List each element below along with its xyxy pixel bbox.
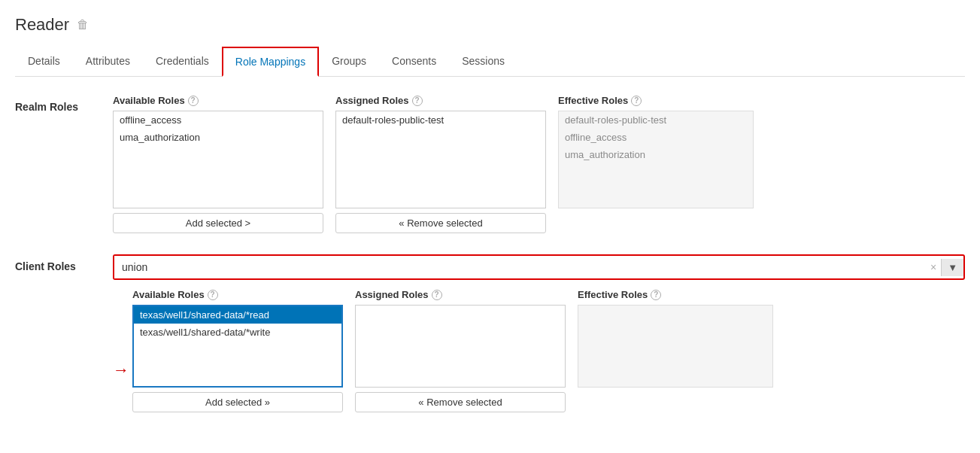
list-item: offline_access (559, 129, 753, 146)
tab-consents[interactable]: Consents (379, 47, 449, 77)
realm-add-selected-button[interactable]: Add selected > (113, 213, 323, 233)
realm-roles-label: Realm Roles (15, 95, 113, 113)
trash-icon[interactable]: 🗑 (77, 18, 89, 32)
realm-assigned-header: Assigned Roles (335, 95, 409, 106)
page-title: Reader (15, 15, 69, 35)
list-item[interactable]: offline_access (114, 111, 323, 129)
realm-available-help-icon[interactable]: ? (188, 96, 199, 106)
client-select-clear-icon[interactable]: × (926, 258, 941, 276)
client-available-help-icon[interactable]: ? (208, 290, 218, 300)
client-assigned-column: Assigned Roles ? « Remove selected (355, 289, 566, 412)
client-assigned-header: Assigned Roles (355, 289, 429, 300)
realm-available-column: Available Roles ? offline_access uma_aut… (113, 95, 323, 233)
client-assigned-help-icon[interactable]: ? (432, 290, 442, 300)
tab-details[interactable]: Details (15, 47, 73, 77)
list-item[interactable]: texas/well1/shared-data/*write (134, 324, 341, 341)
realm-available-header: Available Roles (113, 95, 185, 106)
client-roles-section: Client Roles × ▼ → Available Roles ? (15, 254, 965, 412)
client-available-column: Available Roles ? texas/well1/shared-dat… (132, 289, 343, 412)
client-select-wrapper: × ▼ (113, 254, 965, 280)
client-select-arrow-icon[interactable]: ▼ (941, 259, 963, 276)
client-add-selected-button[interactable]: Add selected » (132, 392, 343, 412)
list-item[interactable]: default-roles-public-test (336, 111, 545, 129)
tab-attributes[interactable]: Attributes (73, 47, 143, 77)
client-available-header: Available Roles (132, 289, 205, 300)
client-effective-column: Effective Roles ? (578, 289, 773, 412)
client-roles-label: Client Roles (15, 254, 113, 272)
realm-effective-help-icon[interactable]: ? (631, 96, 642, 106)
tab-sessions[interactable]: Sessions (449, 47, 517, 77)
realm-assigned-listbox[interactable]: default-roles-public-test (335, 111, 546, 208)
list-item[interactable]: uma_authorization (114, 129, 323, 146)
realm-roles-section: Realm Roles Available Roles ? offline_ac… (15, 95, 965, 233)
red-arrow-icon: → (113, 360, 129, 380)
client-effective-help-icon[interactable]: ? (651, 290, 661, 300)
realm-assigned-column: Assigned Roles ? default-roles-public-te… (335, 95, 546, 233)
realm-available-listbox[interactable]: offline_access uma_authorization (113, 111, 323, 208)
tab-credentials[interactable]: Credentials (143, 47, 222, 77)
realm-effective-listbox: default-roles-public-test offline_access… (558, 111, 754, 208)
client-remove-selected-button[interactable]: « Remove selected (355, 392, 566, 412)
list-item: default-roles-public-test (559, 111, 753, 129)
list-item[interactable]: texas/well1/shared-data/*read (134, 306, 341, 324)
tab-bar: Details Attributes Credentials Role Mapp… (15, 47, 965, 77)
client-effective-header: Effective Roles (578, 289, 648, 300)
tab-groups[interactable]: Groups (319, 47, 379, 77)
client-available-listbox[interactable]: texas/well1/shared-data/*read texas/well… (132, 305, 343, 388)
realm-effective-header: Effective Roles (558, 95, 628, 106)
realm-remove-selected-button[interactable]: « Remove selected (335, 213, 546, 233)
client-effective-listbox (578, 305, 773, 388)
realm-assigned-help-icon[interactable]: ? (412, 96, 423, 106)
client-assigned-listbox[interactable] (355, 305, 566, 388)
client-select-input[interactable] (114, 256, 926, 278)
realm-effective-column: Effective Roles ? default-roles-public-t… (558, 95, 754, 233)
list-item: uma_authorization (559, 146, 753, 163)
tab-role-mappings[interactable]: Role Mappings (222, 47, 319, 77)
